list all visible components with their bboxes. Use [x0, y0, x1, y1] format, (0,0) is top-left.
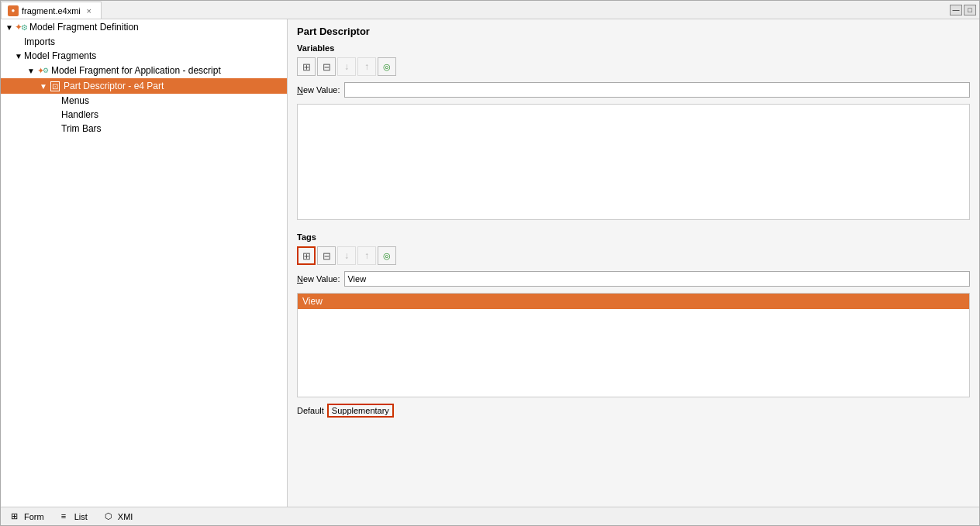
icon-0: ✦ ⚙	[15, 21, 27, 33]
tags-add-btn[interactable]: ⊞	[297, 246, 316, 265]
variables-new-value-input[interactable]	[344, 82, 970, 98]
variables-up-btn[interactable]: ↑	[357, 57, 376, 76]
window-controls: — □	[947, 3, 979, 19]
main-window: ● fragment.e4xmi × — □ ▼ ✦ ⚙ Model Fragm…	[0, 0, 980, 526]
icon-3: ✦ ⚙	[36, 64, 49, 77]
default-label: Default	[297, 406, 324, 415]
tree-item-imports[interactable]: Imports	[1, 35, 287, 49]
tags-new-value-label: New Value:	[297, 274, 340, 284]
tab-xmi[interactable]: ⬡ XMI	[98, 509, 140, 524]
tags-down-icon: ↓	[344, 250, 349, 261]
tags-add-icon: ⊞	[302, 250, 311, 262]
tags-list-area: View	[297, 293, 970, 397]
tree-label-4: Part Descriptor - e4 Part	[64, 81, 164, 91]
variables-list-area	[297, 104, 970, 220]
tree-item-mf-for-app[interactable]: ▼ ✦ ⚙ Model Fragment for Application - d…	[1, 63, 287, 78]
tree-label-2: Model Fragments	[24, 50, 96, 61]
tags-remove-icon: ⊟	[323, 250, 331, 262]
variables-new-value-label: New Value:	[297, 85, 340, 95]
gear-icon: ⚙	[21, 23, 28, 32]
variables-toolbar: ⊞ ⊟ ↓ ↑ ◎	[288, 54, 979, 79]
toggle-4[interactable]: ▼	[38, 82, 49, 91]
footer-line: Default Supplementary	[288, 401, 979, 421]
tab-list-label: List	[74, 512, 88, 521]
xmi-icon: ⬡	[105, 511, 116, 522]
variables-add-btn[interactable]: ⊞	[297, 57, 316, 76]
tab-file-icon: ●	[8, 5, 19, 16]
minimize-button[interactable]: —	[950, 5, 962, 15]
list-icon: ≡	[61, 511, 72, 522]
file-tab[interactable]: ● fragment.e4xmi ×	[1, 2, 102, 19]
up-icon: ↑	[364, 61, 369, 72]
gear-icon-2: ⚙	[43, 67, 49, 74]
tree-item-model-fragment-def[interactable]: ▼ ✦ ⚙ Model Fragment Definition	[1, 19, 287, 35]
variables-new-value-row: New Value:	[288, 79, 979, 101]
toggle-2[interactable]: ▼	[13, 52, 24, 60]
variables-down-btn[interactable]: ↓	[337, 57, 356, 76]
tags-new-value-row: New Value:	[288, 268, 979, 290]
separator-1	[288, 223, 979, 229]
tree-item-model-fragments[interactable]: ▼ Model Fragments	[1, 49, 287, 63]
editor-title: Part Descriptor	[288, 19, 979, 40]
bottom-tabs: ⊞ Form ≡ List ⬡ XMI	[1, 507, 979, 525]
variables-clear-btn[interactable]: ◎	[378, 57, 396, 76]
tags-clear-btn[interactable]: ◎	[378, 246, 396, 265]
editor-panel: Part Descriptor Variables ⊞ ⊟ ↓ ↑ ◎	[288, 19, 979, 507]
tags-new-value-input[interactable]	[344, 271, 970, 287]
clear-icon: ◎	[383, 62, 391, 72]
tab-xmi-label: XMI	[118, 512, 133, 521]
tree-label-7: Trim Bars	[61, 123, 102, 134]
tags-toolbar: ⊞ ⊟ ↓ ↑ ◎	[288, 243, 979, 268]
tab-container: ● fragment.e4xmi ×	[1, 2, 102, 19]
down-icon: ↓	[344, 61, 349, 72]
tags-clear-icon: ◎	[383, 251, 391, 261]
tree-label-1: Imports	[24, 36, 55, 47]
tree-panel: ▼ ✦ ⚙ Model Fragment Definition Imports …	[1, 19, 288, 507]
remove-icon: ⊟	[323, 61, 331, 73]
toggle-3[interactable]: ▼	[26, 67, 36, 75]
tags-list-item-view[interactable]: View	[298, 294, 969, 309]
tags-up-btn[interactable]: ↑	[357, 246, 376, 265]
tab-form[interactable]: ⊞ Form	[4, 509, 51, 524]
tree-item-part-descriptor[interactable]: ▼ ⊡ Part Descriptor - e4 Part	[1, 78, 287, 94]
variables-label: Variables	[288, 40, 979, 54]
tab-bar: ● fragment.e4xmi × — □	[1, 1, 979, 19]
tree-item-trim-bars[interactable]: Trim Bars	[1, 122, 287, 136]
tab-label: fragment.e4xmi	[22, 6, 81, 15]
tags-down-btn[interactable]: ↓	[337, 246, 356, 265]
add-icon: ⊞	[302, 61, 311, 73]
tree-label-3: Model Fragment for Application - descrip…	[51, 65, 221, 76]
tab-list[interactable]: ≡ List	[54, 509, 95, 524]
variables-remove-btn[interactable]: ⊟	[317, 57, 336, 76]
supplementary-button[interactable]: Supplementary	[327, 404, 394, 418]
tree-label-5: Menus	[61, 95, 89, 106]
toggle-0[interactable]: ▼	[4, 23, 15, 32]
form-icon: ⊞	[11, 511, 22, 522]
tree-item-handlers[interactable]: Handlers	[1, 108, 287, 122]
tags-label: Tags	[288, 229, 979, 243]
tree-label-0: Model Fragment Definition	[29, 22, 139, 33]
maximize-button[interactable]: □	[964, 5, 976, 15]
tab-form-label: Form	[24, 512, 44, 521]
tree-item-menus[interactable]: Menus	[1, 94, 287, 108]
icon-4: ⊡	[49, 80, 61, 92]
main-area: ▼ ✦ ⚙ Model Fragment Definition Imports …	[1, 19, 979, 507]
tags-remove-btn[interactable]: ⊟	[317, 246, 336, 265]
tags-up-icon: ↑	[364, 250, 369, 261]
part-icon: ⊡	[50, 81, 60, 91]
tree-label-6: Handlers	[61, 109, 98, 120]
tab-close-button[interactable]: ×	[84, 5, 95, 16]
